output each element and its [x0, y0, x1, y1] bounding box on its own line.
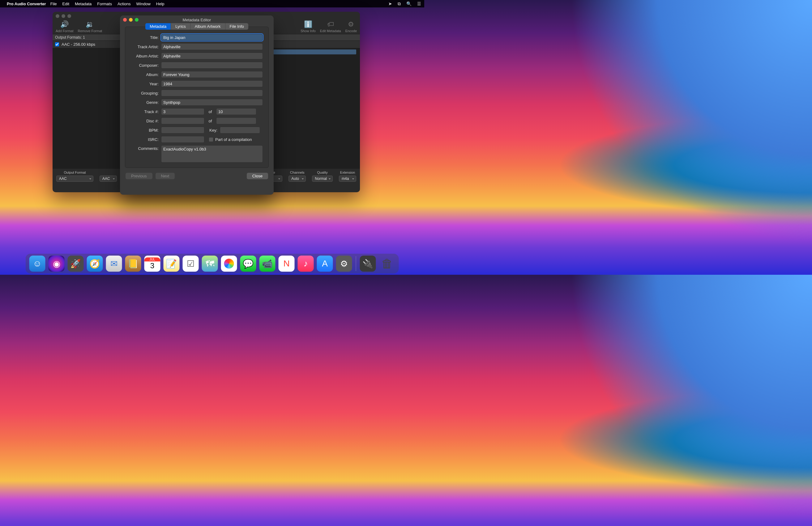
dock-contacts-icon[interactable]: 📒 [125, 256, 141, 272]
track-artist-label: Track Artist: [131, 45, 159, 49]
isrc-input[interactable] [161, 136, 204, 143]
menu-help[interactable]: Help [156, 2, 164, 6]
dock-maps-icon[interactable]: 🗺 [202, 256, 218, 272]
dock-photos-icon[interactable] [221, 256, 237, 272]
output-format-select[interactable]: AAC [56, 176, 93, 182]
modal-title: Metadata Editor [120, 18, 274, 22]
album-artist-input[interactable] [161, 52, 263, 59]
dock-separator [356, 256, 356, 271]
dock-pro-audio-converter-icon[interactable]: 🔌 [360, 256, 376, 272]
compilation-checkbox[interactable] [209, 137, 213, 142]
dock-messages-icon[interactable]: 💬 [240, 256, 256, 272]
gear-icon: ⚙ [348, 20, 354, 28]
compilation-label: Part of a compilation [215, 137, 252, 142]
track-artist-input[interactable] [161, 43, 263, 50]
menu-metadata[interactable]: Metadata [75, 2, 91, 6]
genre-input[interactable] [161, 99, 263, 106]
selected-track-row[interactable] [273, 49, 356, 55]
main-minimize-button[interactable] [61, 14, 65, 18]
dock-reminders-icon[interactable]: ☑ [183, 256, 199, 272]
album-artist-label: Album Artist: [131, 54, 159, 58]
dock-calendar-icon[interactable]: JUL 3 [144, 256, 160, 272]
control-center-icon[interactable]: ☰ [417, 1, 421, 6]
modal-tabs: Metadata Lyrics Album Artwork File Info [125, 23, 269, 30]
format-checkbox[interactable] [55, 42, 59, 46]
aac-col-label [107, 170, 108, 174]
dock-facetime-icon[interactable]: 📹 [259, 256, 276, 272]
composer-input[interactable] [161, 62, 263, 69]
add-format-button[interactable]: 🔊 Add Format [56, 20, 73, 33]
track-total-input[interactable] [216, 108, 256, 115]
key-input[interactable] [220, 127, 260, 134]
extension-select[interactable]: m4a [339, 176, 356, 182]
remove-format-button[interactable]: 🔉 Remove Format [77, 20, 102, 33]
screen-mirror-icon[interactable]: ⧉ [398, 1, 401, 6]
tab-metadata[interactable]: Metadata [145, 23, 171, 30]
dock-safari-icon[interactable]: 🧭 [87, 256, 103, 272]
dock-launchpad-icon[interactable]: 🚀 [68, 256, 84, 272]
track-of-label: of [207, 109, 214, 114]
modal-zoom-button[interactable] [135, 18, 139, 21]
dock-news-icon[interactable]: N [279, 256, 295, 272]
grouping-input[interactable] [161, 90, 263, 96]
year-input[interactable] [161, 80, 263, 87]
bpm-input[interactable] [161, 127, 204, 134]
dock-finder-icon[interactable]: ☺ [29, 256, 45, 272]
speaker-plus-icon: 🔊 [60, 20, 69, 28]
track-no-label: Track #: [131, 109, 159, 114]
show-info-button[interactable]: ℹ️ Show Info [301, 20, 316, 33]
modal-close-button[interactable] [123, 18, 127, 21]
info-icon: ℹ️ [304, 20, 312, 28]
dock-system-prefs-icon[interactable]: ⚙ [336, 256, 352, 272]
close-button[interactable]: Close [247, 173, 268, 179]
encode-button[interactable]: ⚙ Encode [345, 20, 357, 33]
menu-file[interactable]: File [50, 2, 57, 6]
dock-appstore-icon[interactable]: A [317, 256, 333, 272]
tag-icon: 🏷 [327, 20, 334, 28]
title-label: Title: [131, 35, 159, 40]
menubar: Pro Audio Converter File Edit Metadata F… [0, 0, 424, 7]
title-input[interactable] [161, 34, 263, 41]
tab-lyrics[interactable]: Lyrics [171, 23, 190, 30]
tab-file-info[interactable]: File Info [226, 23, 248, 30]
dock-mail-icon[interactable]: ✉ [106, 256, 122, 272]
channels-select[interactable]: Auto [289, 176, 306, 182]
channels-label: Channels [290, 170, 304, 174]
script-menu-icon[interactable]: ➤ [388, 1, 392, 6]
menu-formats[interactable]: Formats [97, 2, 112, 6]
year-label: Year: [131, 81, 159, 86]
app-name[interactable]: Pro Audio Converter [7, 2, 46, 6]
menu-edit[interactable]: Edit [62, 2, 69, 6]
dock-trash-icon[interactable]: 🗑 [379, 256, 395, 272]
disc-of-label: of [207, 119, 214, 123]
main-traffic-lights [56, 14, 71, 18]
edit-metadata-button[interactable]: 🏷 Edit Metadata [320, 20, 341, 33]
modal-traffic-lights [123, 18, 139, 21]
add-format-label: Add Format [56, 29, 73, 33]
menu-window[interactable]: Window [136, 2, 150, 6]
spotlight-icon[interactable]: 🔍 [406, 1, 411, 6]
disc-no-input[interactable] [161, 118, 204, 124]
main-zoom-button[interactable] [68, 14, 71, 18]
modal-minimize-button[interactable] [129, 18, 133, 21]
tab-album-artwork[interactable]: Album Artwork [190, 23, 226, 30]
encode-label: Encode [345, 29, 357, 33]
track-no-input[interactable] [161, 108, 204, 115]
dock-music-icon[interactable]: ♪ [298, 256, 314, 272]
previous-button[interactable]: Previous [126, 173, 153, 179]
modal-titlebar: Metadata Editor [120, 15, 274, 24]
main-close-button[interactable] [56, 14, 59, 18]
edit-metadata-label: Edit Metadata [320, 29, 341, 33]
album-input[interactable] [161, 71, 263, 78]
quality-select[interactable]: Normal [312, 176, 333, 182]
next-button[interactable]: Next [156, 173, 175, 179]
dock-siri-icon[interactable]: ◉ [48, 256, 64, 272]
disc-total-input[interactable] [216, 118, 256, 124]
menu-actions[interactable]: Actions [117, 2, 131, 6]
dock-notes-icon[interactable]: 📝 [163, 256, 180, 272]
comments-input[interactable] [161, 145, 263, 163]
quality-label: Quality [317, 170, 328, 174]
show-info-label: Show Info [301, 29, 316, 33]
output-format-label: Output Format [64, 170, 86, 174]
aac-select[interactable]: AAC [100, 176, 117, 182]
